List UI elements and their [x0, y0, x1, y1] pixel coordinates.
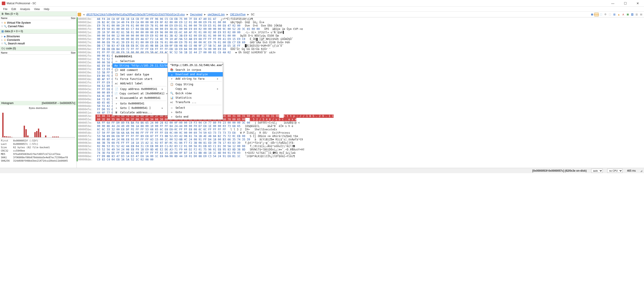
tb-image-icon[interactable]: 🖼 [630, 13, 634, 17]
hex-bytes[interactable]: 00 00 8D 44 24 40 49 98 1A 88 00 10 00 F… [96, 125, 240, 128]
hex-bytes[interactable]: FF EB EB EB B4 E9 72 FF FF FF FF E8 FF F… [96, 48, 226, 51]
tree-carved[interactable]: ▽🔍Carved Files [1, 25, 75, 28]
hex-line[interactable]: 000005be: 6C 6C 33 32 00 E8 DF FE FF FF … [77, 128, 644, 131]
ctx-item[interactable]: 📄Copy address 0x00000541▶ [112, 87, 168, 91]
ctx-item[interactable]: ✈Goto [168, 110, 223, 115]
folder-icon[interactable] [78, 13, 81, 16]
hex-bytes[interactable]: 00 00 54 00 12 00 00 00 00 00 E9 E9 02 0… [96, 34, 236, 38]
hex-line[interactable]: 0000061e: 00 00 8D 44 24 08 E8 93 FF FF … [77, 138, 644, 141]
ctx-item[interactable]: 📋Copy String [168, 82, 223, 87]
hex-bytes[interactable]: 00 E9 50 01 00 00 83 C7 04 EB DD 01 00 0… [96, 28, 260, 31]
hex-ascii[interactable]: l l 3 2 ÍÞ> ShellExecuteEx [230, 128, 277, 131]
hex-bytes[interactable]: 00 13 E9 4 [96, 68, 113, 71]
hex-ascii[interactable]: ▪ Ûh ÛóQƒ Ʋü¥ERVÛˆD' uäJ⊙ [235, 51, 276, 54]
tb-hex-icon[interactable]: ▦ [590, 13, 594, 17]
col-name[interactable]: Name [1, 17, 64, 20]
hex-bytes[interactable]: E9 76 01 00 00 20 F6 01 00 00 E9 78 01 0… [96, 24, 240, 28]
tree-vfs[interactable]: ▽⚙Virtual File System [1, 21, 75, 25]
ctx-item[interactable]: ✈Goto end [168, 115, 223, 119]
hex-bytes[interactable]: FF FF E8 0 [96, 88, 113, 91]
tb-graph-icon[interactable]: ▤ [639, 13, 643, 17]
ctx-item[interactable]: ☐Select [168, 106, 223, 110]
resize-grip-icon[interactable]: ◢ [640, 169, 642, 172]
menu-edit[interactable]: Edit [10, 7, 18, 11]
hex-bytes[interactable]: 00 00 E8 70 A1 39 E9 01 01 00 00 E9 E8 7… [96, 41, 245, 44]
hex-bytes[interactable]: 53 52 56 49 54 24 08 EB F9 1B E9 8D 4E E… [96, 148, 245, 151]
hex-bytes[interactable]: 6D 65 6E 7 [96, 101, 113, 104]
hex-bytes[interactable]: 74 3D FA DE FF 85 8D 42 08 B7 FF FF FF A… [96, 151, 240, 155]
hex-bytes[interactable]: FF D0 55 6 [96, 108, 113, 111]
hex-line[interactable]: 0000063e: 66 3B 78 68 FE FF FF 18 1A 15 … [77, 141, 644, 145]
hex-bytes[interactable]: 00 00 8D 44 24 08 E8 93 FF FF FF A3 15 0… [96, 138, 250, 141]
hex-bytes[interactable]: 6E E9 50 E [96, 64, 113, 68]
hex-bytes[interactable]: 57 50 FF D0 58 6A 6A 94 08 FF FF FF FF F… [96, 131, 236, 135]
hex-bytes[interactable]: 8D AF 97 0 [96, 78, 113, 81]
hex-bytes[interactable]: 50 55 42 4 [96, 104, 113, 108]
hex-ascii[interactable]: SRVWìT$•lBôìDÖxi¿¦⊕∞ˆ_─D_Á¶8u♀Y+H† [250, 148, 304, 151]
tb-text-icon[interactable]: A [621, 13, 625, 17]
hex-bytes[interactable]: 9C 51 52 5 [96, 58, 113, 61]
nav-back-icon[interactable]: ◄ [82, 13, 85, 16]
ctx-item[interactable]: ʏAdd string to Yara▶ [168, 77, 223, 81]
col-name-2[interactable]: Name [1, 51, 64, 54]
ctx-item[interactable]: 📊Statistics [168, 96, 223, 100]
ctx-item[interactable]: AaString "http://185.29.11.52/540/vbc.ex… [112, 63, 168, 68]
tree-structures[interactable]: ▷◆Structures [1, 35, 75, 38]
hex-view[interactable]: 0000019e: A8 F4 2A CA 6F E8 18 CA CB FF … [77, 18, 644, 168]
minimize-button[interactable]: — [608, 2, 617, 5]
hex-bytes[interactable]: DB C7 5B 83 47 EB EB EB DC E8 A5 0B B8 2… [96, 44, 240, 48]
tb-struct-icon[interactable]: ⬚ [599, 13, 603, 17]
hex-bytes[interactable]: 64 4C 69 6 [96, 94, 113, 98]
hex-bytes[interactable]: 6C 6C 33 32 00 E8 DF FE FF FF 53 68 65 6… [96, 128, 226, 131]
tree-search[interactable]: ▽🔍Search result [1, 42, 75, 45]
hex-ascii[interactable]: f;þt)*färà°¿~φˆ·òÅr!ìføÅZw│├fâ- [245, 141, 295, 145]
hex-bytes[interactable]: 53 5B FF E [96, 71, 113, 74]
hex-line[interactable]: 000005de: 57 50 FF D0 58 6A 6A 94 08 FF … [77, 131, 644, 135]
hex-ascii[interactable]: t•QìðJ %ìT$à[⁀[û_◘¶Q_HoÌ_&□¿løà [245, 151, 296, 155]
hex-bytes[interactable]: 00 00 89 0 [96, 91, 113, 94]
ctx-item[interactable]: 📄Copy content at [0x00000541]▶ [112, 91, 168, 96]
ctx-item[interactable]: ᴀᴄTransform ... [168, 100, 223, 104]
hex-ascii[interactable]: . 5 2 / 5 4 0 / v b c . e x e [250, 118, 296, 121]
hex-line[interactable]: 000006be: F7 D9 8B 83 47 D3 14 D3 47 E8 … [77, 155, 644, 158]
tb-db-icon[interactable]: ▥ [635, 13, 639, 17]
hex-bytes[interactable]: 04 E2 D0 E [96, 84, 113, 88]
breadcrumb-decrypted[interactable]: Decrypted [190, 13, 202, 16]
hex-bytes[interactable]: 66 3B 78 68 FE FF FF 18 1A 15 A2 1C 02 0… [96, 141, 240, 145]
tb-bytes-icon[interactable]: 0101 [594, 13, 598, 17]
ctx-item[interactable]: ▭Selection▶ [112, 59, 168, 63]
ctx-item[interactable]: ☁Download and Analyze [168, 72, 223, 77]
hex-ascii[interactable]: ÛÛÛ˜Ûr Úq Úå Ûõ!Ûä R2Ür ' [230, 48, 271, 51]
hex-bytes[interactable]: C0 83 C4 04 E8 3A 5A 52 1C 02 08 00 [96, 158, 154, 161]
status-encoding-select[interactable]: auto [591, 169, 603, 173]
breadcrumb-native[interactable]: OlE10nATive [230, 13, 246, 16]
hex-line[interactable]: 0000065e: 02 06 53 01 52 42 44 EB 04 31 … [77, 145, 644, 148]
hex-ascii[interactable]: S Íj õRàim <⊕ èRúrà!í%ZQ⊕Q t$⊕ [250, 135, 298, 138]
breadcrumb-ole[interactable]: oleObject1.bin [208, 13, 225, 16]
ctx-item[interactable]: 📋Set user data type [112, 72, 168, 77]
ctx-item[interactable]: ⚙Disassemble at 0x00000541 [112, 96, 168, 100]
breadcrumb-file[interactable]: d815762e218cb7c08e94f4e51d0a26f5ad10b0a3… [86, 13, 185, 16]
hex-line[interactable]: 0000021e: 2D 10 5F 00 02 81 5B 01 00 00 … [77, 31, 644, 34]
hex-bytes[interactable]: FF FF E9 5 [96, 81, 113, 84]
ctx-item[interactable]: 💬Add comment [112, 68, 168, 72]
hex-line[interactable]: 0000023e: 00 00 54 00 12 00 00 00 00 00 … [77, 34, 644, 38]
close-button[interactable]: ✕ [633, 2, 642, 5]
menu-file[interactable]: File [1, 7, 9, 11]
tb-code-icon[interactable]: ⬚ [608, 13, 612, 17]
ctx-item[interactable]: Copy as▶ [168, 87, 223, 91]
hex-bytes[interactable]: 64 72 65 7 [96, 98, 113, 101]
ctx-item[interactable]: ✈Goto [ 0x00000541 ]▶ [112, 106, 168, 110]
hex-line[interactable]: 000006de: C0 83 C4 04 E8 3A 5A 52 1C 02 … [77, 158, 644, 161]
tree-constants[interactable]: ▷☰Constants [1, 38, 75, 42]
hex-ascii[interactable]: ˆìX$Þ*ÁLKí@(ìîÏh¿ílDT$Ûä}→Yìåi¶ [245, 155, 295, 158]
hex-bytes[interactable]: E9 B9 FE F [96, 74, 113, 78]
hex-ascii[interactable]: ûA9ˆÛÄø Ûvô Û}õΘ ÛvÛ⊙ Þäh [250, 41, 290, 44]
ctx-item[interactable]: 🔍Quick view [168, 91, 223, 96]
tb-chart-icon[interactable]: ▲ [617, 13, 621, 17]
hex-line[interactable]: 0000025e: 90 5F E9 45 01 00 00 DE E9 4A … [77, 38, 644, 41]
hex-ascii[interactable]: Ûv⊕ Û÷ë Ûx⊕ Ûðö }ÛKõ@ [245, 24, 282, 28]
hex-ascii[interactable]: █Ä[åGÛiÛüⁿÞùM+ðf˜ç{\à˜Ûˆ [245, 44, 284, 48]
menu-view[interactable]: View [32, 7, 42, 11]
hex-bytes[interactable]: 26 B2 6C E8 14 40 F4 E9 CA 00 00 00 E9 0… [96, 21, 226, 24]
